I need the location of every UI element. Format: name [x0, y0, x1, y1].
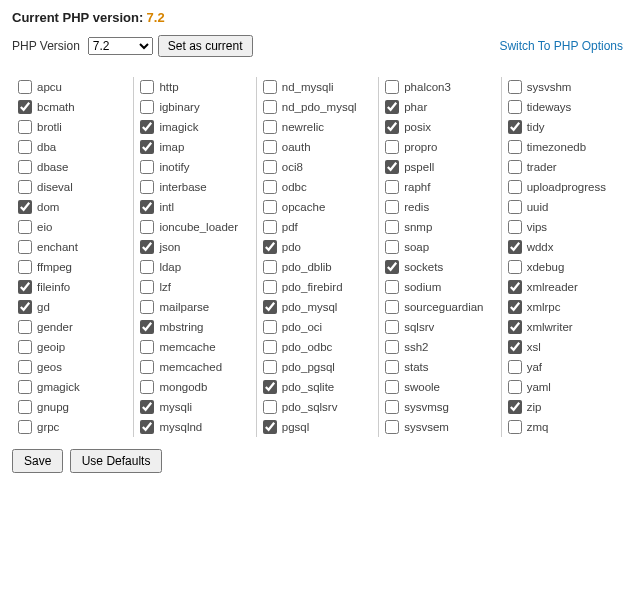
extension-vips[interactable]: vips: [508, 217, 617, 237]
extension-checkbox[interactable]: [18, 220, 32, 234]
extension-yaml[interactable]: yaml: [508, 377, 617, 397]
extension-nd_mysqli[interactable]: nd_mysqli: [263, 77, 372, 97]
extension-checkbox[interactable]: [263, 180, 277, 194]
extension-checkbox[interactable]: [140, 300, 154, 314]
extension-checkbox[interactable]: [263, 100, 277, 114]
extension-sourceguardian[interactable]: sourceguardian: [385, 297, 494, 317]
extension-nd_pdo_mysql[interactable]: nd_pdo_mysql: [263, 97, 372, 117]
extension-json[interactable]: json: [140, 237, 249, 257]
extension-checkbox[interactable]: [263, 120, 277, 134]
extension-gmagick[interactable]: gmagick: [18, 377, 127, 397]
extension-checkbox[interactable]: [140, 280, 154, 294]
extension-gender[interactable]: gender: [18, 317, 127, 337]
extension-sysvshm[interactable]: sysvshm: [508, 77, 617, 97]
extension-checkbox[interactable]: [263, 160, 277, 174]
extension-dba[interactable]: dba: [18, 137, 127, 157]
extension-checkbox[interactable]: [508, 280, 522, 294]
extension-tideways[interactable]: tideways: [508, 97, 617, 117]
extension-http[interactable]: http: [140, 77, 249, 97]
extension-raphf[interactable]: raphf: [385, 177, 494, 197]
extension-pdo_mysql[interactable]: pdo_mysql: [263, 297, 372, 317]
extension-checkbox[interactable]: [263, 340, 277, 354]
extension-diseval[interactable]: diseval: [18, 177, 127, 197]
php-version-select[interactable]: 7.2: [88, 37, 153, 55]
extension-geoip[interactable]: geoip: [18, 337, 127, 357]
extension-xdebug[interactable]: xdebug: [508, 257, 617, 277]
extension-uuid[interactable]: uuid: [508, 197, 617, 217]
extension-mailparse[interactable]: mailparse: [140, 297, 249, 317]
extension-checkbox[interactable]: [140, 220, 154, 234]
extension-sqlsrv[interactable]: sqlsrv: [385, 317, 494, 337]
extension-checkbox[interactable]: [18, 360, 32, 374]
extension-timezonedb[interactable]: timezonedb: [508, 137, 617, 157]
extension-ffmpeg[interactable]: ffmpeg: [18, 257, 127, 277]
extension-checkbox[interactable]: [18, 140, 32, 154]
extension-checkbox[interactable]: [508, 160, 522, 174]
extension-checkbox[interactable]: [508, 200, 522, 214]
extension-tidy[interactable]: tidy: [508, 117, 617, 137]
extension-checkbox[interactable]: [385, 80, 399, 94]
extension-checkbox[interactable]: [385, 320, 399, 334]
extension-xmlrpc[interactable]: xmlrpc: [508, 297, 617, 317]
extension-sysvmsg[interactable]: sysvmsg: [385, 397, 494, 417]
extension-checkbox[interactable]: [508, 180, 522, 194]
set-as-current-button[interactable]: Set as current: [158, 35, 253, 57]
extension-yaf[interactable]: yaf: [508, 357, 617, 377]
extension-checkbox[interactable]: [18, 120, 32, 134]
extension-xmlwriter[interactable]: xmlwriter: [508, 317, 617, 337]
extension-checkbox[interactable]: [18, 340, 32, 354]
extension-pdf[interactable]: pdf: [263, 217, 372, 237]
extension-checkbox[interactable]: [508, 140, 522, 154]
extension-memcache[interactable]: memcache: [140, 337, 249, 357]
extension-pdo_pgsql[interactable]: pdo_pgsql: [263, 357, 372, 377]
extension-ldap[interactable]: ldap: [140, 257, 249, 277]
extension-checkbox[interactable]: [385, 180, 399, 194]
extension-checkbox[interactable]: [18, 380, 32, 394]
extension-geos[interactable]: geos: [18, 357, 127, 377]
save-button[interactable]: Save: [12, 449, 63, 473]
extension-trader[interactable]: trader: [508, 157, 617, 177]
extension-checkbox[interactable]: [508, 320, 522, 334]
extension-memcached[interactable]: memcached: [140, 357, 249, 377]
extension-checkbox[interactable]: [385, 280, 399, 294]
extension-brotli[interactable]: brotli: [18, 117, 127, 137]
extension-checkbox[interactable]: [18, 80, 32, 94]
extension-mbstring[interactable]: mbstring: [140, 317, 249, 337]
extension-checkbox[interactable]: [385, 200, 399, 214]
extension-grpc[interactable]: grpc: [18, 417, 127, 437]
extension-checkbox[interactable]: [508, 300, 522, 314]
extension-intl[interactable]: intl: [140, 197, 249, 217]
extension-interbase[interactable]: interbase: [140, 177, 249, 197]
extension-pdo_dblib[interactable]: pdo_dblib: [263, 257, 372, 277]
extension-xmlreader[interactable]: xmlreader: [508, 277, 617, 297]
extension-bcmath[interactable]: bcmath: [18, 97, 127, 117]
extension-pdo_odbc[interactable]: pdo_odbc: [263, 337, 372, 357]
extension-pdo_firebird[interactable]: pdo_firebird: [263, 277, 372, 297]
extension-eio[interactable]: eio: [18, 217, 127, 237]
extension-phalcon3[interactable]: phalcon3: [385, 77, 494, 97]
extension-checkbox[interactable]: [508, 240, 522, 254]
extension-checkbox[interactable]: [508, 100, 522, 114]
extension-soap[interactable]: soap: [385, 237, 494, 257]
extension-checkbox[interactable]: [140, 420, 154, 434]
extension-igbinary[interactable]: igbinary: [140, 97, 249, 117]
extension-dbase[interactable]: dbase: [18, 157, 127, 177]
extension-checkbox[interactable]: [263, 400, 277, 414]
extension-sysvsem[interactable]: sysvsem: [385, 417, 494, 437]
extension-checkbox[interactable]: [140, 160, 154, 174]
extension-lzf[interactable]: lzf: [140, 277, 249, 297]
extension-checkbox[interactable]: [140, 240, 154, 254]
switch-to-options-link[interactable]: Switch To PHP Options: [499, 39, 623, 53]
extension-oci8[interactable]: oci8: [263, 157, 372, 177]
extension-checkbox[interactable]: [18, 260, 32, 274]
extension-checkbox[interactable]: [263, 140, 277, 154]
extension-phar[interactable]: phar: [385, 97, 494, 117]
extension-checkbox[interactable]: [508, 220, 522, 234]
extension-checkbox[interactable]: [263, 300, 277, 314]
extension-checkbox[interactable]: [508, 400, 522, 414]
extension-checkbox[interactable]: [18, 420, 32, 434]
extension-opcache[interactable]: opcache: [263, 197, 372, 217]
extension-checkbox[interactable]: [385, 420, 399, 434]
extension-pgsql[interactable]: pgsql: [263, 417, 372, 437]
extension-wddx[interactable]: wddx: [508, 237, 617, 257]
